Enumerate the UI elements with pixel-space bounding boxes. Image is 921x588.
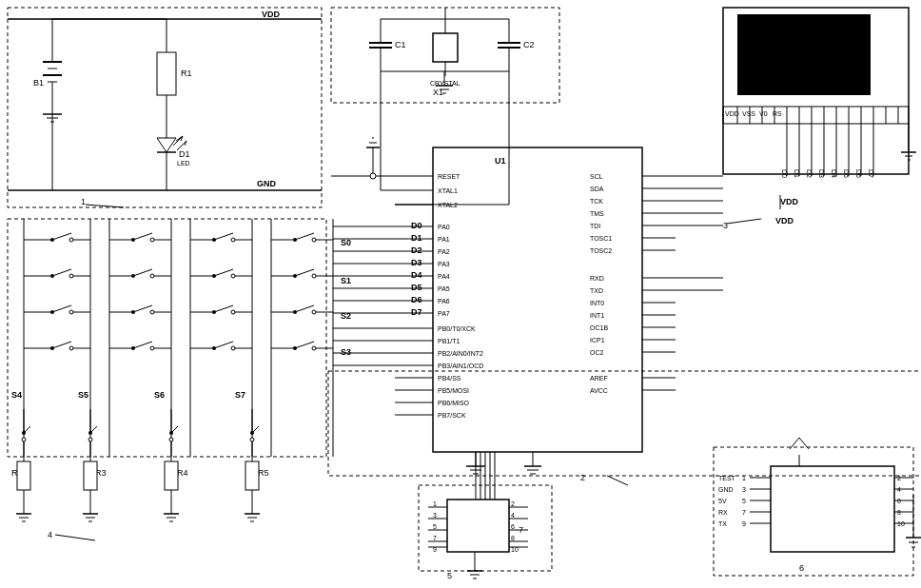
c1-label: C1 [395,40,406,49]
svg-point-190 [150,346,154,350]
svg-rect-247 [245,461,259,490]
isp-pin2: 2 [511,500,515,507]
isp-pin7: 7 [433,535,437,541]
debug-tx-num: 9 [742,520,746,527]
section-2-label: 2 [580,473,585,482]
svg-point-175 [231,310,235,314]
pin-pa1: PA1 [438,236,450,243]
led-label: LED [177,160,190,167]
d5-label: D5 [411,283,422,292]
vdd-label-1: VDD [262,10,281,19]
isp-pin9: 9 [433,546,437,553]
d3-label: D3 [411,258,422,267]
svg-point-135 [231,238,235,242]
c2-label: C2 [523,40,535,49]
d1-label: D1 [411,233,422,243]
svg-rect-54 [433,147,642,452]
svg-point-125 [69,238,73,242]
pin-int1: INT1 [590,312,604,319]
svg-rect-41 [433,33,458,62]
isp-pin5: 5 [433,523,437,530]
section-5-label: 5 [447,571,452,580]
d7-label: D7 [411,307,422,317]
pin-sda: SDA [590,186,604,192]
d4-label: D4 [411,270,422,280]
lcd-d7: D7 [868,169,874,178]
s4-label: S4 [11,390,22,400]
debug-5v: 5V [718,498,727,504]
section-4-label: 4 [48,530,52,539]
pin-icp1: ICP1 [590,337,605,343]
pin-pa4: PA4 [438,273,450,280]
pin-avcc: AVCC [590,387,608,394]
pin-xtal1: XTAL1 [438,187,458,194]
svg-point-165 [69,310,73,314]
pin-pa5: PA5 [438,285,450,292]
pin-tck: TCK [590,198,603,205]
r4-label: R4 [177,468,188,478]
pin-pa3: PA3 [438,261,450,267]
r1-label: R1 [181,69,192,78]
svg-point-224 [88,438,92,441]
pin-pb1: PB1/T1 [438,338,460,344]
svg-point-195 [231,346,235,350]
svg-point-130 [150,238,154,242]
debug-gnd: GND [718,486,734,493]
pin-int0: INT0 [590,300,604,306]
debug-tx: TX [718,520,727,527]
isp-pin3: 3 [433,512,437,519]
lcd-d4: D4 [831,169,837,178]
pin-pa0: PA0 [438,224,450,230]
s7-label: S7 [235,390,245,400]
debug-rx: RX [718,509,728,516]
pin-tms: TMS [590,210,604,217]
d1-label: D1 [179,149,190,159]
svg-point-145 [69,274,73,278]
svg-point-150 [150,274,154,278]
pin-tdi: TDI [590,223,600,229]
svg-point-160 [312,274,316,278]
schematic-diagram: VDD B1 R1 [0,0,921,588]
svg-point-246 [250,438,254,441]
pin-pb0: PB0/T0/XCK [438,325,476,332]
d2-label: D2 [411,245,422,255]
pin-rxd: RXD [590,275,604,282]
pin-tosc1: TOSC1 [590,235,612,242]
s1-label: S1 [341,276,351,285]
pin-pb7: PB7/SCK [438,412,466,419]
s5-label: S5 [78,390,88,400]
pin-pa6: PA6 [438,298,450,304]
isp-pin10: 10 [511,546,519,553]
s6-label: S6 [154,390,165,400]
svg-point-213 [22,438,26,441]
lcd-d2: D2 [806,169,813,178]
d6-label: D6 [411,295,422,304]
battery-label: B1 [33,78,44,88]
isp-pin6: 6 [511,523,515,530]
lcd-d5: D5 [843,169,850,178]
svg-rect-15 [157,52,176,95]
svg-rect-225 [84,461,97,490]
svg-point-235 [169,438,173,441]
u1-label: U1 [495,156,506,166]
lcd-d0: D0 [781,169,788,178]
svg-point-155 [231,274,235,278]
svg-rect-236 [165,461,178,490]
lcd-d3: D3 [818,169,825,178]
isp-pin1: 1 [433,500,437,507]
r5-label: R5 [258,468,269,478]
d0-label: D0 [411,221,422,230]
pin-pb4: PB4/SS [438,375,461,382]
debug-5v-num: 5 [742,498,746,504]
pin-reset: RESET [438,173,460,180]
pin-pb3: PB3/AIN1/OCD [438,363,483,369]
vdd-label-3: VDD [775,216,794,225]
pin-pa2: PA2 [438,248,450,255]
pin-pb2: PB2/AIN0/INT2 [438,350,483,357]
vdd-label-lcd: VDD [780,197,799,206]
pin-scl: SCL [590,173,603,180]
pin-oc1b: OC1B [590,324,608,331]
pin-pb6: PB6/MISO [438,400,470,406]
lcd-d1: D1 [794,169,800,178]
isp-pin8: 8 [511,535,515,541]
